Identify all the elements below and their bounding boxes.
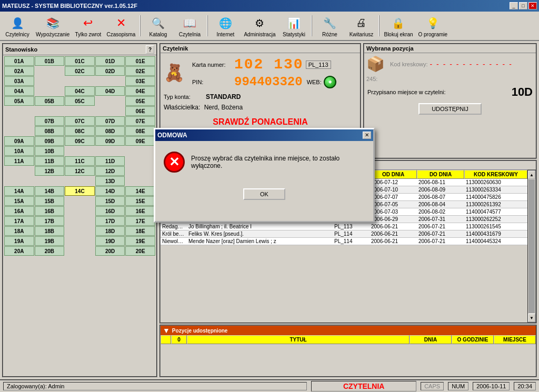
modal-footer: OK [155, 183, 373, 205]
modal-ok-button[interactable]: OK [243, 188, 285, 200]
modal-text: Proszę wybrać dla czytelnika inne miejsc… [191, 155, 365, 169]
modal-error-icon: ✕ [164, 152, 185, 173]
modal-overlay: ODMOWA ✕ ✕ Proszę wybrać dla czytelnika … [0, 0, 539, 392]
modal-close-button[interactable]: ✕ [363, 132, 371, 139]
modal-body: ✕ Proszę wybrać dla czytelnika inne miej… [155, 141, 373, 183]
modal-dialog: ODMOWA ✕ ✕ Proszę wybrać dla czytelnika … [154, 128, 375, 223]
modal-title-bar: ODMOWA ✕ [155, 129, 373, 141]
modal-title: ODMOWA [157, 132, 187, 139]
